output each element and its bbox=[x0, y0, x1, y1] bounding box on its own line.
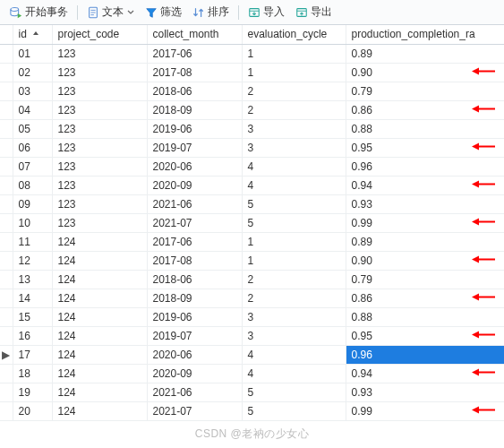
export-button[interactable]: 导出 bbox=[291, 3, 337, 22]
filter-button[interactable]: 筛选 bbox=[141, 3, 186, 22]
cell-project-code[interactable]: 124 bbox=[52, 289, 147, 307]
cell-project-code[interactable]: 124 bbox=[52, 251, 147, 270]
col-header-project-code[interactable]: project_code bbox=[52, 25, 147, 44]
cell-project-code[interactable]: 123 bbox=[52, 138, 147, 157]
cell-evaluation-cycle[interactable]: 3 bbox=[242, 138, 346, 157]
cell-id[interactable]: 04 bbox=[13, 100, 52, 119]
cell-collect-month[interactable]: 2018-06 bbox=[147, 82, 242, 100]
cell-production-completion-rate[interactable]: 0.86 bbox=[346, 289, 504, 307]
cell-collect-month[interactable]: 2020-09 bbox=[147, 364, 242, 383]
table-row[interactable]: 101232021-0750.99 bbox=[0, 213, 504, 232]
table-row[interactable]: 141242018-0920.86 bbox=[0, 289, 504, 307]
cell-collect-month[interactable]: 2021-07 bbox=[147, 213, 242, 232]
cell-evaluation-cycle[interactable]: 1 bbox=[242, 232, 346, 251]
cell-id[interactable]: 12 bbox=[13, 251, 52, 270]
cell-id[interactable]: 10 bbox=[13, 213, 52, 232]
table-row[interactable]: 061232019-0730.95 bbox=[0, 138, 504, 157]
cell-collect-month[interactable]: 2017-06 bbox=[147, 232, 242, 251]
table-row[interactable]: 031232018-0620.79 bbox=[0, 82, 504, 100]
cell-id[interactable]: 18 bbox=[13, 364, 52, 383]
cell-production-completion-rate[interactable]: 0.88 bbox=[346, 307, 504, 326]
cell-production-completion-rate[interactable]: 0.88 bbox=[346, 119, 504, 138]
table-row[interactable]: 021232017-0810.90 bbox=[0, 63, 504, 82]
cell-production-completion-rate[interactable]: 0.96 bbox=[346, 157, 504, 176]
cell-evaluation-cycle[interactable]: 4 bbox=[242, 176, 346, 194]
cell-production-completion-rate[interactable]: 0.89 bbox=[346, 232, 504, 251]
cell-production-completion-rate[interactable]: 0.79 bbox=[346, 82, 504, 100]
import-button[interactable]: 导入 bbox=[243, 3, 289, 22]
cell-project-code[interactable]: 123 bbox=[52, 82, 147, 100]
cell-evaluation-cycle[interactable]: 4 bbox=[242, 364, 346, 383]
cell-project-code[interactable]: 124 bbox=[52, 326, 147, 345]
cell-collect-month[interactable]: 2020-06 bbox=[147, 157, 242, 176]
table-row[interactable]: ▶171242020-0640.96 bbox=[0, 345, 504, 364]
cell-production-completion-rate[interactable]: 0.99 bbox=[346, 213, 504, 232]
cell-project-code[interactable]: 124 bbox=[52, 345, 147, 364]
cell-project-code[interactable]: 123 bbox=[52, 44, 147, 63]
cell-evaluation-cycle[interactable]: 5 bbox=[242, 401, 346, 420]
cell-evaluation-cycle[interactable]: 2 bbox=[242, 289, 346, 307]
cell-project-code[interactable]: 123 bbox=[52, 176, 147, 194]
cell-collect-month[interactable]: 2017-08 bbox=[147, 251, 242, 270]
cell-production-completion-rate[interactable]: 0.93 bbox=[346, 194, 504, 213]
cell-project-code[interactable]: 124 bbox=[52, 364, 147, 383]
cell-production-completion-rate[interactable]: 0.99 bbox=[346, 401, 504, 420]
table-row[interactable]: 091232021-0650.93 bbox=[0, 194, 504, 213]
cell-id[interactable]: 02 bbox=[13, 63, 52, 82]
cell-evaluation-cycle[interactable]: 3 bbox=[242, 119, 346, 138]
cell-project-code[interactable]: 123 bbox=[52, 213, 147, 232]
cell-project-code[interactable]: 123 bbox=[52, 157, 147, 176]
cell-project-code[interactable]: 124 bbox=[52, 232, 147, 251]
cell-production-completion-rate[interactable]: 0.95 bbox=[346, 138, 504, 157]
table-row[interactable]: 201242021-0750.99 bbox=[0, 401, 504, 420]
cell-id[interactable]: 09 bbox=[13, 194, 52, 213]
cell-collect-month[interactable]: 2021-06 bbox=[147, 383, 242, 401]
table-row[interactable]: 191242021-0650.93 bbox=[0, 383, 504, 401]
cell-production-completion-rate[interactable]: 0.90 bbox=[346, 63, 504, 82]
cell-evaluation-cycle[interactable]: 1 bbox=[242, 251, 346, 270]
table-row[interactable]: 081232020-0940.94 bbox=[0, 176, 504, 194]
table-row[interactable]: 181242020-0940.94 bbox=[0, 364, 504, 383]
cell-project-code[interactable]: 124 bbox=[52, 270, 147, 289]
cell-production-completion-rate[interactable]: 0.96 bbox=[346, 345, 504, 364]
cell-project-code[interactable]: 123 bbox=[52, 100, 147, 119]
table-row[interactable]: 161242019-0730.95 bbox=[0, 326, 504, 345]
cell-collect-month[interactable]: 2018-09 bbox=[147, 289, 242, 307]
cell-collect-month[interactable]: 2020-09 bbox=[147, 176, 242, 194]
cell-id[interactable]: 13 bbox=[13, 270, 52, 289]
cell-production-completion-rate[interactable]: 0.79 bbox=[346, 270, 504, 289]
table-row[interactable]: 111242017-0610.89 bbox=[0, 232, 504, 251]
cell-production-completion-rate[interactable]: 0.95 bbox=[346, 326, 504, 345]
cell-evaluation-cycle[interactable]: 2 bbox=[242, 82, 346, 100]
cell-evaluation-cycle[interactable]: 5 bbox=[242, 213, 346, 232]
table-row[interactable]: 051232019-0630.88 bbox=[0, 119, 504, 138]
col-header-production-completion-rate[interactable]: production_completion_ra bbox=[346, 25, 504, 44]
cell-project-code[interactable]: 123 bbox=[52, 119, 147, 138]
cell-collect-month[interactable]: 2018-09 bbox=[147, 100, 242, 119]
table-row[interactable]: 041232018-0920.86 bbox=[0, 100, 504, 119]
table-row[interactable]: 151242019-0630.88 bbox=[0, 307, 504, 326]
cell-collect-month[interactable]: 2019-07 bbox=[147, 326, 242, 345]
cell-production-completion-rate[interactable]: 0.94 bbox=[346, 364, 504, 383]
start-transaction-button[interactable]: 开始事务 bbox=[5, 3, 73, 22]
cell-id[interactable]: 16 bbox=[13, 326, 52, 345]
cell-id[interactable]: 14 bbox=[13, 289, 52, 307]
cell-id[interactable]: 17 bbox=[13, 345, 52, 364]
cell-evaluation-cycle[interactable]: 3 bbox=[242, 326, 346, 345]
cell-id[interactable]: 08 bbox=[13, 176, 52, 194]
cell-id[interactable]: 19 bbox=[13, 383, 52, 401]
cell-collect-month[interactable]: 2021-06 bbox=[147, 194, 242, 213]
cell-collect-month[interactable]: 2020-06 bbox=[147, 345, 242, 364]
cell-production-completion-rate[interactable]: 0.86 bbox=[346, 100, 504, 119]
cell-collect-month[interactable]: 2018-06 bbox=[147, 270, 242, 289]
cell-id[interactable]: 15 bbox=[13, 307, 52, 326]
table-row[interactable]: 131242018-0620.79 bbox=[0, 270, 504, 289]
cell-project-code[interactable]: 123 bbox=[52, 194, 147, 213]
text-button[interactable]: 文本 bbox=[82, 3, 139, 22]
table-row[interactable]: 011232017-0610.89 bbox=[0, 44, 504, 63]
cell-collect-month[interactable]: 2019-06 bbox=[147, 119, 242, 138]
cell-evaluation-cycle[interactable]: 2 bbox=[242, 270, 346, 289]
cell-evaluation-cycle[interactable]: 1 bbox=[242, 44, 346, 63]
cell-production-completion-rate[interactable]: 0.90 bbox=[346, 251, 504, 270]
col-header-collect-month[interactable]: collect_month bbox=[147, 25, 242, 44]
